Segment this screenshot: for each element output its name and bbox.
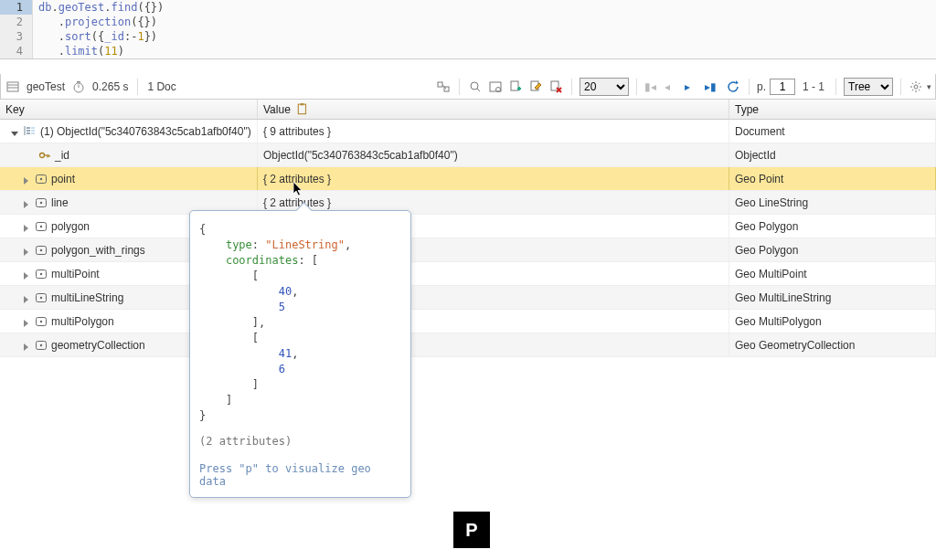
tree-row[interactable]: geometryCollectionGeo GeometryCollection	[0, 333, 936, 357]
delete-doc-icon[interactable]	[548, 79, 564, 95]
expander-icon[interactable]	[22, 317, 31, 326]
col-header-value[interactable]: Value	[258, 100, 729, 119]
svg-point-39	[40, 225, 42, 227]
refresh-icon[interactable]	[725, 79, 741, 95]
editor-line[interactable]: 2 .projection({})	[0, 15, 936, 29]
results-toolbar: geoTest 0.265 s 1 Doc 20 ▮◂ ◂ ▸ ▸▮ p. 1 …	[0, 74, 936, 100]
tree-row[interactable]: multiPolygonGeo MultiPolygon	[0, 310, 936, 333]
cell-type: Geo Polygon	[729, 215, 936, 238]
code-editor[interactable]: 1db.geoTest.find({})2 .projection({})3 .…	[0, 0, 936, 59]
tree-row[interactable]: _idObjectId("5c340763843c5cab1afb0f40")O…	[0, 143, 936, 167]
expander-icon[interactable]	[22, 222, 31, 231]
key-label: point	[51, 173, 75, 185]
cell-value: { 2 attributes }	[258, 167, 729, 190]
editor-line[interactable]: 3 .sort({_id:-1})	[0, 29, 936, 44]
key-label: multiPoint	[51, 268, 100, 280]
gear-dropdown-icon[interactable]: ▾	[927, 82, 931, 91]
cell-key: (1) ObjectId("5c340763843c5cab1afb0f40")	[0, 120, 258, 143]
svg-point-37	[40, 201, 42, 203]
page-input[interactable]	[770, 79, 795, 95]
cell-key: _id	[0, 143, 258, 166]
line-number: 4	[0, 44, 33, 58]
expander-icon[interactable]	[22, 293, 31, 302]
page-label: p.	[757, 80, 766, 93]
geo-icon	[35, 292, 48, 303]
edit-doc-icon[interactable]	[527, 79, 544, 95]
col-header-type[interactable]: Type	[729, 100, 936, 119]
editor-line[interactable]: 4 .limit(11)	[0, 44, 936, 58]
geo-icon	[35, 269, 48, 280]
cell-key: point	[0, 167, 258, 190]
tooltip-code-line: 40,	[199, 284, 401, 300]
expander-icon[interactable]	[11, 127, 20, 136]
svg-rect-26	[31, 127, 35, 129]
line-number: 2	[0, 15, 33, 29]
collection-icon	[5, 79, 21, 95]
result-tree: (1) ObjectId("5c340763843c5cab1afb0f40")…	[0, 120, 936, 357]
nav-next-icon[interactable]: ▸	[685, 80, 701, 93]
key-icon	[38, 150, 51, 161]
svg-rect-27	[31, 130, 35, 132]
tree-collapse-icon[interactable]	[435, 79, 452, 95]
tree-row[interactable]: multiLineStringGeo MultiLineString	[0, 286, 936, 310]
cell-value: ObjectId("5c340763843c5cab1afb0f40")	[258, 143, 729, 166]
nav-prev-icon[interactable]: ◂	[665, 80, 681, 93]
cell-type: Document	[729, 120, 936, 143]
svg-point-20	[914, 85, 918, 89]
tree-row[interactable]: polygonGeo Polygon	[0, 215, 936, 238]
cell-type: Geo MultiPolygon	[729, 310, 936, 333]
tooltip-code-line: ],	[199, 315, 401, 331]
svg-rect-5	[77, 81, 80, 83]
tooltip-code-line: 5	[199, 300, 401, 315]
cell-value: { 9 attributes }	[258, 120, 729, 143]
cell-type: Geo MultiPoint	[729, 262, 936, 285]
svg-rect-13	[511, 81, 518, 90]
key-label: multiLineString	[51, 291, 123, 304]
gear-icon[interactable]	[909, 79, 923, 94]
find-icon[interactable]	[467, 79, 484, 95]
geo-icon	[35, 340, 48, 351]
tree-row[interactable]: point{ 2 attributes }Geo Point	[0, 167, 936, 191]
view-mode-select[interactable]: Tree	[844, 78, 893, 96]
svg-rect-0	[7, 82, 18, 91]
expander-icon[interactable]	[22, 198, 31, 207]
tree-row[interactable]: polygon_with_ringsGeo Polygon	[0, 238, 936, 262]
expander-icon[interactable]	[22, 341, 31, 350]
col-header-key[interactable]: Key	[0, 100, 258, 119]
tooltip-code-line: 41,	[199, 346, 401, 357]
tooltip-code-line: [	[199, 331, 401, 346]
add-doc-icon[interactable]	[507, 79, 524, 95]
svg-rect-22	[300, 103, 303, 105]
svg-line-10	[477, 89, 480, 91]
tree-row[interactable]: multiPointGeo MultiPoint	[0, 262, 936, 286]
svg-rect-28	[31, 132, 35, 134]
expander-icon[interactable]	[22, 174, 31, 184]
cell-type: Geo Point	[729, 167, 936, 190]
cell-type: Geo GeometryCollection	[729, 333, 936, 356]
value-tooltip: { type: "LineString", coordinates: [ [ 4…	[189, 210, 411, 357]
code-content: .limit(11)	[33, 44, 124, 58]
tree-row[interactable]: (1) ObjectId("5c340763843c5cab1afb0f40")…	[0, 120, 936, 143]
svg-rect-6	[438, 82, 442, 87]
line-number: 1	[0, 0, 33, 15]
geo-icon	[35, 245, 48, 256]
nav-last-icon[interactable]: ▸▮	[705, 80, 721, 93]
expander-icon[interactable]	[22, 246, 31, 255]
doc-icon	[24, 126, 37, 137]
editor-line[interactable]: 1db.geoTest.find({})	[0, 0, 936, 15]
cell-type: Geo MultiLineString	[729, 286, 936, 309]
tooltip-code-line: {	[199, 222, 401, 238]
svg-point-49	[40, 343, 42, 345]
page-size-select[interactable]: 20	[580, 78, 629, 96]
page-range: 1 - 1	[803, 80, 824, 93]
svg-rect-11	[490, 82, 501, 91]
svg-point-41	[40, 248, 42, 250]
expander-icon	[26, 151, 35, 160]
tree-row[interactable]: line{ 2 attributes }Geo LineString	[0, 191, 936, 215]
table-header: Key Value Type	[0, 100, 936, 120]
expander-icon[interactable]	[22, 269, 31, 279]
svg-rect-24	[27, 130, 30, 132]
nav-first-icon[interactable]: ▮◂	[644, 80, 661, 93]
line-number: 3	[0, 29, 33, 44]
find-key-icon[interactable]	[487, 79, 504, 95]
